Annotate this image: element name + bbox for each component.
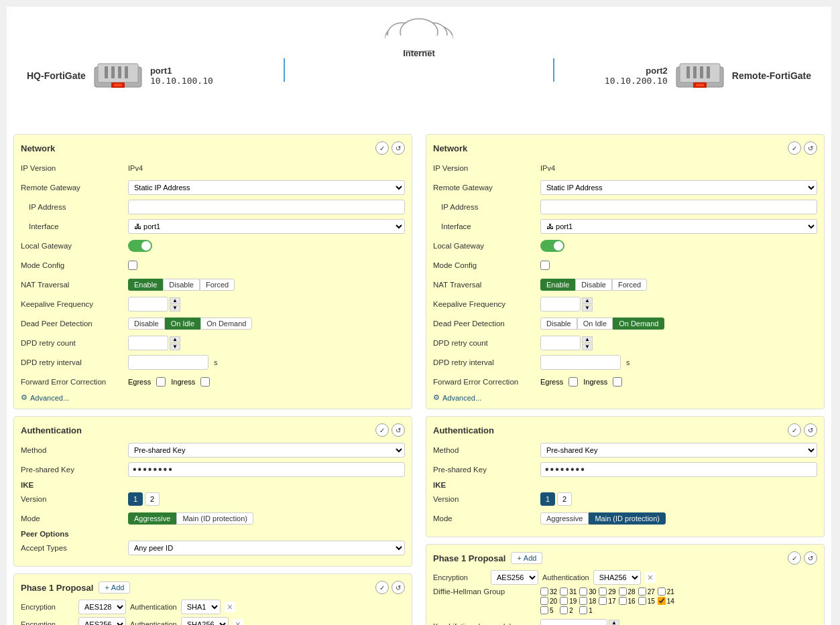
right-dh-29[interactable] — [599, 587, 607, 596]
left-phase1-reset-btn[interactable]: ↺ — [392, 581, 405, 594]
right-mode-config-checkbox[interactable] — [540, 261, 550, 270]
left-auth1-select[interactable]: SHA1 — [181, 600, 221, 614]
left-advanced-link[interactable]: ⚙ Advanced... — [21, 393, 405, 402]
right-dpd-on-idle-btn[interactable]: On Idle — [577, 318, 613, 330]
right-phase1-add-btn[interactable]: + Add — [511, 552, 542, 564]
right-enc1-select[interactable]: AES256 — [491, 570, 538, 585]
right-ike-v1-btn[interactable]: 1 — [540, 492, 555, 506]
left-enc2-select[interactable]: AES256 — [78, 617, 126, 625]
svg-rect-15 — [686, 66, 690, 78]
left-mode-config-checkbox[interactable] — [128, 261, 137, 270]
right-dh-21[interactable] — [658, 587, 666, 596]
right-local-gw-toggle[interactable] — [540, 240, 564, 252]
left-remote-gw-select[interactable]: Static IP Address — [128, 180, 405, 195]
right-dh-27[interactable] — [638, 587, 646, 596]
right-dh-32[interactable] — [540, 587, 548, 596]
right-advanced-link[interactable]: ⚙ Advanced... — [433, 393, 817, 402]
left-phase1-check-btn[interactable]: ✓ — [375, 581, 389, 594]
right-phase1-check-btn[interactable]: ✓ — [788, 551, 801, 565]
right-network-check-btn[interactable]: ✓ — [788, 141, 801, 155]
right-dh-15[interactable] — [638, 597, 646, 605]
right-dpd-retry-count-input[interactable]: 3 — [540, 336, 581, 350]
right-dpd-interval-input[interactable]: 20 — [540, 355, 621, 370]
right-keepalive-up[interactable]: ▲ — [582, 297, 593, 304]
left-network-reset-btn[interactable]: ↺ — [392, 141, 405, 155]
left-dpd-on-idle-btn[interactable]: On Idle — [165, 318, 200, 330]
right-dh-30[interactable] — [579, 587, 587, 596]
right-nat-enable-btn[interactable]: Enable — [540, 279, 575, 291]
right-dpd-on-demand-btn[interactable]: On Demand — [613, 318, 664, 330]
right-dh-20[interactable] — [540, 597, 548, 605]
left-mode-main-btn[interactable]: Main (ID protection) — [176, 512, 253, 525]
left-auth-check-btn[interactable]: ✓ — [375, 423, 389, 437]
right-keepalive-input[interactable]: 10 — [540, 297, 581, 311]
left-enc1-del-btn[interactable]: × — [225, 602, 235, 612]
left-nat-forced-btn[interactable]: Forced — [200, 279, 235, 291]
right-dh-28[interactable] — [619, 587, 627, 596]
right-dpd-count-down[interactable]: ▼ — [582, 344, 593, 350]
right-remote-gw-select[interactable]: Static IP Address — [540, 180, 817, 195]
right-dh-17[interactable] — [599, 597, 607, 605]
left-dpd-count-down[interactable]: ▼ — [170, 344, 180, 350]
right-key-lifetime-up[interactable]: ▲ — [609, 620, 619, 626]
left-dpd-on-demand-btn[interactable]: On Demand — [200, 318, 252, 330]
right-dh-16[interactable] — [619, 597, 627, 605]
right-auth-check-btn[interactable]: ✓ — [788, 423, 801, 437]
left-auth2-select[interactable]: SHA256 — [181, 617, 229, 625]
right-method-select[interactable]: Pre-shared Key — [540, 443, 817, 458]
right-mode-aggressive-btn[interactable]: Aggressive — [540, 512, 589, 525]
right-ip-address-input[interactable]: 10.10.100.10 — [540, 200, 817, 214]
right-auth-reset-btn[interactable]: ↺ — [804, 423, 817, 437]
right-ike-v2-btn[interactable]: 2 — [557, 492, 572, 506]
right-phase1-reset-btn[interactable]: ↺ — [804, 551, 817, 565]
svg-rect-17 — [700, 66, 703, 78]
right-dpd-disable-btn[interactable]: Disable — [540, 318, 577, 330]
panels-row: Network ✓ ↺ IP Version IPv4 Remote Gatew… — [13, 134, 825, 625]
right-nat-forced-btn[interactable]: Forced — [612, 279, 647, 291]
left-dpd-interval-input[interactable]: 20 — [128, 355, 208, 370]
left-enc2-del-btn[interactable]: × — [233, 619, 243, 625]
left-keepalive-down[interactable]: ▼ — [170, 305, 180, 311]
right-dh-18[interactable] — [579, 597, 587, 605]
right-auth1-select[interactable]: SHA256 — [593, 570, 641, 585]
right-dpd-count-up[interactable]: ▲ — [582, 336, 593, 343]
left-ike-v2-btn[interactable]: 2 — [145, 492, 160, 506]
right-fec-egress-checkbox[interactable] — [568, 377, 578, 387]
left-dpd-count-up[interactable]: ▲ — [170, 336, 180, 343]
right-keepalive-down[interactable]: ▼ — [582, 305, 593, 311]
right-fec-ingress-checkbox[interactable] — [613, 377, 622, 387]
left-mode-aggressive-btn[interactable]: Aggressive — [128, 512, 176, 525]
right-key-lifetime-input[interactable]: 86400 — [540, 619, 607, 625]
left-nat-enable-btn[interactable]: Enable — [128, 279, 163, 291]
right-dh-5[interactable] — [540, 606, 548, 614]
left-fec-ingress-checkbox[interactable] — [200, 377, 210, 387]
left-dpd-retry-count-input[interactable]: 3 — [128, 336, 168, 350]
left-interface-select[interactable]: 🖧 port1 — [128, 219, 405, 234]
right-dh-1[interactable] — [579, 606, 587, 614]
right-dh-14[interactable] — [658, 597, 666, 605]
right-mode-group: Aggressive Main (ID protection) — [540, 512, 666, 525]
left-auth-reset-btn[interactable]: ↺ — [392, 423, 405, 437]
left-nat-disable-btn[interactable]: Disable — [163, 279, 200, 291]
right-dh-31[interactable] — [560, 587, 568, 596]
left-method-select[interactable]: Pre-shared Key — [128, 443, 405, 458]
left-local-gw-toggle[interactable] — [128, 240, 152, 252]
left-network-check-btn[interactable]: ✓ — [375, 141, 389, 155]
left-keepalive-up[interactable]: ▲ — [170, 297, 180, 304]
left-fec-egress-checkbox[interactable] — [156, 377, 166, 387]
left-dpd-disable-btn[interactable]: Disable — [128, 318, 165, 330]
hq-label: HQ-FortiGate — [27, 70, 86, 81]
right-dh-19[interactable] — [560, 597, 568, 605]
right-dh-2[interactable] — [560, 606, 568, 614]
right-interface-select[interactable]: 🖧 port1 — [540, 219, 817, 234]
right-mode-main-btn[interactable]: Main (ID protection) — [589, 512, 666, 525]
right-nat-disable-btn[interactable]: Disable — [575, 279, 612, 291]
right-network-reset-btn[interactable]: ↺ — [804, 141, 817, 155]
left-ip-address-input[interactable]: 10.10.200.10 — [128, 200, 405, 214]
left-enc1-select[interactable]: AES128 — [78, 600, 126, 614]
left-accept-types-select[interactable]: Any peer ID — [128, 541, 405, 555]
right-enc1-del-btn[interactable]: × — [645, 572, 656, 583]
left-ike-v1-btn[interactable]: 1 — [128, 492, 143, 506]
left-phase1-add-btn[interactable]: + Add — [99, 581, 130, 594]
left-keepalive-input[interactable]: 10 — [128, 297, 168, 311]
